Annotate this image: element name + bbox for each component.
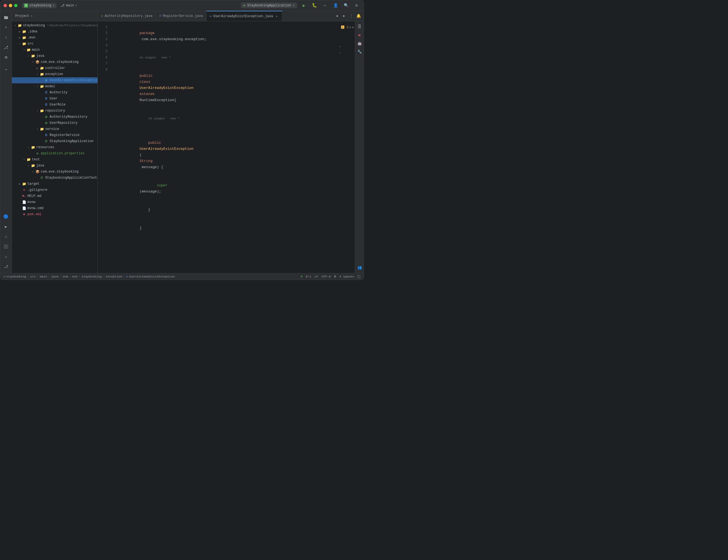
sidebar-plugins-btn[interactable]: ⊞ [2, 53, 11, 62]
sidebar-run-btn[interactable]: ▶ [2, 222, 11, 231]
tree-item-model[interactable]: ▾ 📁 model [12, 83, 98, 89]
right-panel-ai[interactable]: 🤖 [356, 40, 363, 47]
tree-item-service[interactable]: ▾ 📁 service [12, 126, 98, 132]
tree-item-helpmd[interactable]: M↓ HELP.md [12, 193, 98, 199]
right-panel-tools[interactable]: 🔧 [356, 48, 363, 55]
fold-marker-2[interactable]: — [338, 51, 342, 55]
line-num-5: 5 [98, 48, 107, 55]
tab-authorityrepository[interactable]: ⊙ AuthorityRepository.java [98, 11, 156, 21]
warning-nav-up[interactable]: ∧ [349, 25, 351, 29]
right-panel-maven[interactable]: m [356, 32, 363, 38]
code-line-8 [114, 237, 338, 243]
more-button[interactable]: ⋯ [321, 2, 329, 9]
tree-item-userrole[interactable]: © UserRole [12, 102, 98, 108]
project-badge[interactable]: s staybooking ▾ [22, 3, 57, 8]
tree-item-registerservice[interactable]: © RegisterService [12, 132, 98, 138]
tree-label-root: staybooking [23, 24, 45, 27]
code-line-6: } [114, 201, 338, 219]
tree-item-controller[interactable]: ▶ 📁 controller [12, 65, 98, 71]
tree-label-helpmd: HELP.md [27, 194, 41, 198]
tree-item-mvnwcmd[interactable]: 📄 mvnw.cmd [12, 205, 98, 211]
classname: UserAlreadyExistException [140, 86, 196, 90]
right-panel-db[interactable]: 🗄 [356, 24, 363, 30]
branch-badge[interactable]: ⎇ main ▾ [60, 3, 77, 8]
run-config[interactable]: ▶ StaybookingApplication ▾ [241, 2, 297, 8]
sidebar-branches-btn[interactable]: ⎇ [2, 43, 11, 52]
sidebar-bottom1[interactable]: 🔵 [2, 212, 11, 221]
tab-nav-right[interactable]: ▶ [341, 13, 347, 19]
tree-item-resources[interactable]: ▾ 📁 resources [12, 144, 98, 150]
settings-button[interactable]: ⚙ [353, 2, 360, 9]
share-icon[interactable]: ⬡ [357, 274, 360, 279]
sep6: › [79, 275, 81, 278]
interface-icon-authorityrepo: ⊙ [44, 115, 48, 119]
sidebar-terminal-btn[interactable]: ⬛ [2, 242, 11, 251]
code-line-5: super (message); [114, 176, 338, 201]
tree-item-exception[interactable]: ▾ 📁 exception [12, 71, 98, 77]
close-button[interactable] [4, 4, 7, 7]
sidebar-git-btn[interactable]: ⎇ [2, 262, 11, 271]
tree-item-authority[interactable]: © Authority [12, 89, 98, 96]
tree-item-test[interactable]: ▾ 📁 test [12, 156, 98, 163]
tab-close-3[interactable]: ✕ [275, 14, 279, 18]
tree-item-appprops[interactable]: ⚙ application.properties [12, 150, 98, 156]
tree-item-idea[interactable]: ▶ 📁 .idea [12, 29, 98, 35]
users-button[interactable]: 👤 [332, 2, 339, 9]
sidebar-todo-btn[interactable]: ☐ [2, 232, 11, 241]
maximize-button[interactable] [14, 4, 17, 7]
tree-item-java-test[interactable]: ▾ 📁 java [12, 163, 98, 169]
tab-registerservice[interactable]: © RegisterService.java [156, 11, 206, 21]
debug-button[interactable]: 🐛 [311, 2, 318, 9]
tree-item-userrepo[interactable]: ⊙ UserRepository [12, 120, 98, 126]
editor-content: 1 2 3 4 5 6 7 8 package com.eve.staybook… [98, 21, 364, 273]
tree-item-repository[interactable]: ▾ 📁 repository [12, 108, 98, 114]
title-bar: s staybooking ▾ ⎇ main ▾ ▶ StaybookingAp… [0, 0, 364, 11]
panel-dropdown-icon[interactable]: ▾ [31, 14, 32, 18]
arrow-package-test: ▾ [31, 170, 35, 173]
notification-btn[interactable]: 🔔 [355, 13, 362, 19]
minimize-button[interactable] [9, 4, 12, 7]
bc-file-icon: ⊙ [126, 275, 128, 278]
code-area[interactable]: package com.eve.staybooking.exception; n… [110, 21, 338, 273]
constructor-name: UserAlreadyExistException [140, 147, 194, 151]
tree-item-user[interactable]: © User [12, 96, 98, 102]
file-tree-panel: Project ▾ ▾ 📁 staybooking ~/Desktop/Proj… [12, 11, 98, 273]
tab-nav-left[interactable]: ◀ [334, 13, 340, 19]
sidebar-commits-btn[interactable]: ↕ [2, 33, 11, 42]
tree-item-app[interactable]: © StaybookingApplication [12, 138, 98, 144]
sidebar-vcs-btn[interactable]: ⚡ [2, 23, 11, 32]
tree-item-package-test[interactable]: ▾ 📦 com.eve.staybooking [12, 169, 98, 175]
tree-label-test: test [32, 158, 40, 161]
warning-nav-down[interactable]: ∨ [352, 25, 354, 29]
tree-item-pomxml[interactable]: m pom.xml [12, 211, 98, 217]
tree-item-mvnw[interactable]: 📄 mvnw [12, 199, 98, 205]
tree-item-mvn[interactable]: ▶ 📁 .mvn [12, 35, 98, 41]
arrow-repository: ▾ [35, 109, 40, 112]
tree-item-apptests[interactable]: © StaybookingApplicationTests [12, 175, 98, 181]
file-icon-mvnwcmd: 📄 [22, 206, 26, 210]
sidebar-project-btn[interactable] [2, 13, 11, 22]
tree-item-target[interactable]: ▶ 📁 target [12, 181, 98, 187]
folder-icon-model: 📁 [40, 84, 44, 89]
tree-item-package[interactable]: ▾ 📦 com.eve.staybooking [12, 59, 98, 65]
tree-item-java[interactable]: ▾ 📁 java [12, 53, 98, 59]
svg-rect-1 [4, 16, 6, 17]
bc-com: com [63, 275, 68, 278]
right-panel-bottom[interactable]: 👥 [356, 264, 363, 271]
tree-item-useralreadyexist[interactable]: ⊙ UserAlreadyExistException [12, 77, 98, 83]
fold-marker-1[interactable]: — [338, 45, 342, 48]
run-button[interactable]: ▶ [300, 2, 308, 9]
search-button[interactable]: 🔍 [342, 2, 350, 9]
sidebar-problems-btn[interactable]: ⚠ [2, 252, 11, 261]
tab-useralreadyexist[interactable]: ⊙ UserAlreadyExistException.java ✕ [206, 11, 282, 21]
tree-item-main[interactable]: ▾ 📁 main [12, 47, 98, 53]
project-dropdown-icon[interactable]: ▾ [53, 4, 54, 7]
tree-item-root[interactable]: ▾ 📁 staybooking ~/Desktop/Projects/StayB… [12, 22, 98, 29]
folder-icon-package-test: 📦 [35, 169, 40, 174]
tree-item-gitignore[interactable]: ⊘ .gitignore [12, 187, 98, 193]
tree-item-authorityrepo[interactable]: ⊙ AuthorityRepository [12, 114, 98, 120]
warning-badge[interactable]: ⚠ [341, 25, 344, 29]
sidebar-more-btn[interactable]: ⋯ [2, 65, 11, 74]
tree-item-src[interactable]: ▾ 📁 src [12, 41, 98, 47]
tab-nav-menu[interactable]: ⋮ [348, 13, 354, 19]
